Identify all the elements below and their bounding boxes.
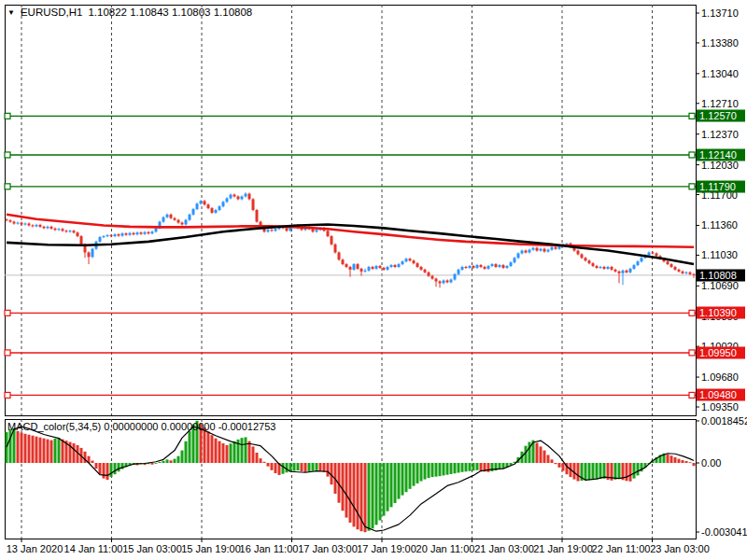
- macd-bar: [170, 460, 173, 463]
- candle: [103, 236, 106, 237]
- macd-bar: [596, 463, 599, 479]
- macd-bar: [592, 463, 595, 480]
- resistance-price-box[interactable]: 1.12570: [697, 110, 745, 122]
- candle: [521, 251, 524, 254]
- support-right-marker[interactable]: [689, 310, 695, 315]
- macd-bar: [375, 463, 378, 525]
- candle: [136, 232, 139, 234]
- resistance-right-marker[interactable]: [689, 113, 695, 119]
- macd-bar: [491, 463, 494, 471]
- candle: [491, 264, 494, 266]
- candle: [327, 231, 330, 236]
- candle: [420, 267, 423, 270]
- support-right-marker[interactable]: [689, 392, 695, 398]
- candle: [551, 247, 554, 250]
- resistance-left-marker[interactable]: [5, 152, 10, 158]
- price-tick-label: 1.12710: [701, 98, 739, 109]
- candle: [218, 206, 221, 210]
- macd-bar: [166, 459, 169, 463]
- macd-bar: [588, 463, 591, 480]
- candle: [43, 227, 46, 228]
- support-right-marker[interactable]: [689, 350, 695, 356]
- macd-bar: [222, 443, 225, 463]
- candle: [443, 280, 445, 283]
- macd-bar: [428, 463, 430, 478]
- macd-bar: [443, 463, 445, 475]
- macd-bar: [233, 441, 236, 463]
- candle: [88, 252, 91, 257]
- resistance-left-marker[interactable]: [5, 113, 10, 119]
- macd-bar: [633, 463, 636, 479]
- candle: [596, 266, 599, 268]
- candle: [140, 232, 143, 233]
- candle: [267, 230, 270, 231]
- macd-bar: [682, 460, 684, 463]
- candle: [555, 247, 557, 249]
- time-label: 13 Jan 2020: [7, 543, 63, 554]
- macd-bar: [174, 459, 176, 463]
- candle: [648, 252, 651, 255]
- macd-bar: [450, 463, 453, 474]
- macd-bar: [353, 463, 356, 526]
- candle: [607, 267, 610, 269]
- resistance-right-marker[interactable]: [689, 184, 695, 189]
- support-price-box[interactable]: 1.10390: [697, 307, 745, 319]
- macd-bar: [114, 463, 117, 474]
- price-tick-label: 1.13380: [701, 37, 739, 49]
- time-label: 17 Jan 03:00: [298, 543, 358, 554]
- price-tick-label: 1.11030: [701, 249, 738, 260]
- candle: [682, 272, 684, 273]
- resistance-price-box[interactable]: 1.11790: [697, 180, 745, 192]
- time-label: 22 Jan 11:00: [592, 543, 651, 554]
- macd-bar: [118, 463, 120, 471]
- candle: [133, 233, 135, 234]
- candle: [275, 229, 277, 231]
- candle: [237, 196, 240, 199]
- candle: [394, 265, 397, 267]
- symbol-collapse-icon[interactable]: ▼: [7, 8, 15, 17]
- macd-bar: [286, 463, 289, 472]
- macd-bar: [614, 463, 617, 480]
- candle: [155, 228, 158, 231]
- candle: [6, 219, 8, 220]
- macd-bar: [241, 438, 244, 463]
- candle: [166, 215, 169, 217]
- candle: [588, 260, 591, 263]
- candle: [170, 215, 173, 218]
- candle: [204, 201, 206, 204]
- macd-bar: [667, 455, 669, 463]
- support-price-box[interactable]: 1.09480: [697, 389, 745, 401]
- candle: [398, 264, 401, 267]
- macd-bar: [323, 463, 326, 472]
- macd-bar: [312, 463, 315, 471]
- candle: [47, 227, 49, 228]
- candle: [151, 231, 154, 233]
- candle: [685, 273, 688, 273]
- time-label: 14 Jan 11:00: [64, 543, 123, 554]
- macd-bar: [110, 463, 113, 477]
- candle: [618, 272, 621, 273]
- candle: [35, 225, 38, 226]
- macd-bar: [439, 463, 442, 476]
- macd-bar: [637, 463, 640, 475]
- support-left-marker[interactable]: [5, 392, 10, 398]
- quote-ohlc-label: 1.10822 1.10843 1.10803 1.10808: [88, 7, 252, 18]
- candle: [222, 202, 225, 206]
- macd-bar: [39, 438, 42, 463]
- candle: [162, 217, 165, 222]
- candle: [144, 232, 147, 234]
- support-left-marker[interactable]: [5, 350, 10, 356]
- macd-bar: [218, 441, 221, 463]
- macd-bar: [685, 461, 688, 463]
- support-price-box[interactable]: 1.09950: [697, 346, 745, 358]
- macd-bar: [13, 428, 16, 463]
- macd-bar: [103, 463, 106, 479]
- resistance-price-box[interactable]: 1.12140: [697, 148, 745, 161]
- support-left-marker[interactable]: [5, 310, 10, 315]
- candle: [357, 264, 359, 269]
- resistance-right-marker[interactable]: [689, 152, 695, 158]
- macd-bar: [297, 463, 300, 470]
- resistance-left-marker[interactable]: [5, 184, 10, 189]
- candle: [233, 195, 236, 197]
- candle: [353, 264, 356, 270]
